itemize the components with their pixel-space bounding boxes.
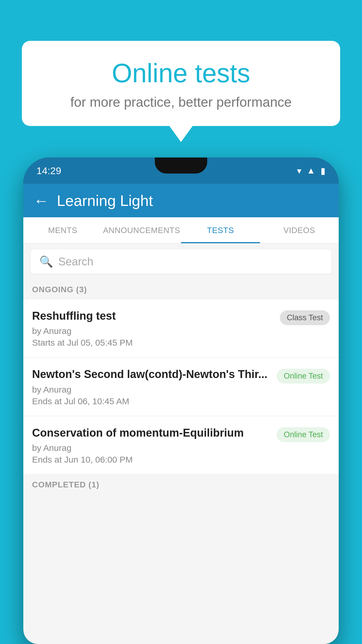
back-button[interactable]: ← (34, 192, 49, 209)
status-bar: 14:29 ▾ ▲ ▮ (23, 158, 339, 184)
status-time: 14:29 (36, 165, 61, 176)
app-bar: ← Learning Light (23, 184, 339, 217)
test-date: Ends at Jul 06, 10:45 AM (32, 396, 271, 406)
search-icon: 🔍 (39, 255, 53, 268)
bubble-subtitle: for more practice, better performance (42, 94, 320, 110)
test-by: by Anurag (32, 326, 275, 336)
ongoing-section-header: ONGOING (3) (23, 280, 339, 300)
content-area: 🔍 Search ONGOING (3) Reshuffling test by… (23, 244, 339, 644)
bubble-title: Online tests (42, 58, 320, 88)
tab-ments[interactable]: MENTS (23, 217, 102, 243)
tab-bar: MENTS ANNOUNCEMENTS TESTS VIDEOS (23, 217, 339, 244)
test-badge-online: Online Test (277, 427, 330, 442)
test-info: Newton's Second law(contd)-Newton's Thir… (32, 367, 271, 406)
test-by: by Anurag (32, 385, 271, 395)
promo-bubble: Online tests for more practice, better p… (22, 41, 340, 126)
test-item-newtons[interactable]: Newton's Second law(contd)-Newton's Thir… (23, 358, 339, 415)
tab-videos[interactable]: VIDEOS (260, 217, 339, 243)
search-placeholder: Search (58, 256, 93, 268)
test-name: Reshuffling test (32, 309, 275, 323)
completed-section-header: COMPLETED (1) (23, 475, 339, 492)
test-by: by Anurag (32, 443, 271, 453)
phone-frame: 14:29 ▾ ▲ ▮ ← Learning Light MENTS ANNOU… (23, 158, 339, 644)
notch (155, 158, 207, 174)
test-badge-online: Online Test (277, 369, 330, 384)
tab-tests[interactable]: TESTS (181, 217, 260, 243)
test-info: Conservation of momentum-Equilibrium by … (32, 426, 271, 465)
tab-announcements[interactable]: ANNOUNCEMENTS (102, 217, 181, 243)
status-icons: ▾ ▲ ▮ (297, 166, 326, 176)
test-name: Newton's Second law(contd)-Newton's Thir… (32, 367, 271, 382)
test-date: Starts at Jul 05, 05:45 PM (32, 338, 275, 348)
test-name: Conservation of momentum-Equilibrium (32, 426, 271, 440)
test-info: Reshuffling test by Anurag Starts at Jul… (32, 309, 275, 348)
test-badge-class: Class Test (280, 310, 330, 325)
wifi-icon: ▾ (297, 166, 301, 176)
test-item-conservation[interactable]: Conservation of momentum-Equilibrium by … (23, 416, 339, 474)
signal-icon: ▲ (307, 166, 315, 176)
test-date: Ends at Jun 10, 06:00 PM (32, 455, 271, 465)
app-bar-title: Learning Light (57, 192, 153, 209)
test-item-reshuffling[interactable]: Reshuffling test by Anurag Starts at Jul… (23, 300, 339, 357)
search-container: 🔍 Search (23, 244, 339, 280)
battery-icon: ▮ (321, 166, 326, 176)
search-bar[interactable]: 🔍 Search (31, 249, 331, 274)
